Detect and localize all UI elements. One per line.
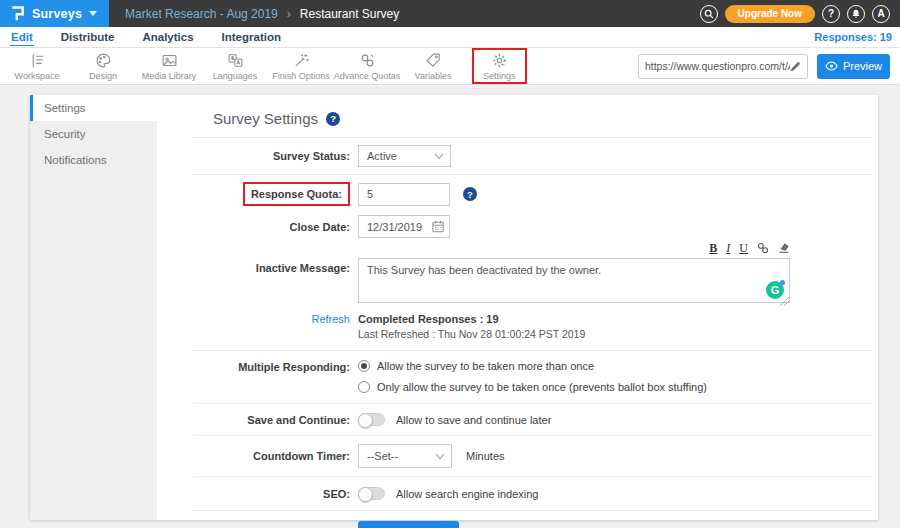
seo-label: SEO: xyxy=(193,488,350,500)
link-icon[interactable] xyxy=(757,242,769,254)
tool-advance-quotas[interactable]: Advance Quotas xyxy=(334,52,400,81)
last-refreshed: Last Refreshed : Thu Nov 28 01:00:24 PST… xyxy=(358,328,585,340)
radio-only-once[interactable]: Only allow the survey to be taken once (… xyxy=(358,381,707,393)
radio-unselected-icon xyxy=(358,381,370,393)
seo-toggle[interactable] xyxy=(358,487,385,500)
help-button[interactable]: ? xyxy=(822,5,840,23)
sidebar-item-security[interactable]: Security xyxy=(30,121,157,147)
edit-toolbar: Workspace Design Media Library Languages… xyxy=(0,48,900,85)
survey-menu: Edit Distribute Analytics Integration Re… xyxy=(0,27,900,48)
menu-analytics[interactable]: Analytics xyxy=(141,29,194,45)
settings-main: Survey Settings ? Survey Status: Active xyxy=(157,95,878,520)
eye-icon xyxy=(825,61,838,71)
countdown-timer-row: Countdown Timer: --Set-- Minutes xyxy=(193,436,872,476)
survey-url-input[interactable] xyxy=(645,60,790,72)
radio-selected-icon xyxy=(358,360,370,372)
close-date-row: Close Date: xyxy=(193,215,872,238)
italic-button[interactable]: I xyxy=(726,242,730,254)
survey-url-box xyxy=(638,54,808,79)
page-help-icon[interactable]: ? xyxy=(326,112,340,126)
questionpro-app: Surveys Market Research - Aug 2019 › Res… xyxy=(0,0,900,528)
remove-format-icon[interactable] xyxy=(778,242,790,254)
sidebar-item-settings[interactable]: Settings xyxy=(30,95,157,121)
bell-icon xyxy=(851,9,861,19)
save-and-continue-label: Save and Continue: xyxy=(193,414,350,426)
format-toolbar: B I U xyxy=(358,241,790,255)
save-changes-button[interactable]: Save Changes xyxy=(358,521,459,528)
inactive-message-label: Inactive Message: xyxy=(193,241,350,274)
response-quota-input[interactable] xyxy=(358,183,450,206)
design-icon xyxy=(95,52,112,69)
search-button[interactable] xyxy=(700,5,718,23)
tool-languages[interactable]: Languages xyxy=(202,52,268,81)
top-bar: Surveys Market Research - Aug 2019 › Res… xyxy=(0,0,900,27)
inactive-message-textarea[interactable]: This Survey has been deactivated by the … xyxy=(358,258,790,303)
save-and-continue-toggle[interactable] xyxy=(358,413,385,426)
close-date-input[interactable] xyxy=(358,215,450,238)
preview-button[interactable]: Preview xyxy=(817,54,890,79)
response-quota-help-icon[interactable]: ? xyxy=(463,187,477,201)
settings-panel: Settings Security Notifications Survey S… xyxy=(30,95,878,520)
tool-settings[interactable]: Settings xyxy=(472,48,527,84)
tool-variables[interactable]: Variables xyxy=(400,52,466,81)
media-library-icon xyxy=(161,52,178,69)
avatar[interactable]: A xyxy=(872,5,890,23)
resize-handle[interactable] xyxy=(780,297,789,306)
chevron-down-icon xyxy=(89,11,97,16)
search-icon xyxy=(704,9,714,19)
multiple-responding-row: Multiple Responding: Allow the survey to… xyxy=(193,351,872,403)
menu-integration[interactable]: Integration xyxy=(221,29,282,45)
responses-count[interactable]: Responses: 19 xyxy=(814,31,892,43)
countdown-timer-select[interactable]: --Set-- xyxy=(358,444,452,468)
page-title: Survey Settings xyxy=(213,110,318,127)
minutes-suffix: Minutes xyxy=(466,450,505,462)
breadcrumb-survey-name: Restaurant Survey xyxy=(300,7,399,21)
sidebar-item-notifications[interactable]: Notifications xyxy=(30,147,157,173)
top-actions: Upgrade Now ? A xyxy=(700,5,900,23)
breadcrumb-folder[interactable]: Market Research - Aug 2019 xyxy=(125,7,278,21)
response-quota-label: Response Quota: xyxy=(243,182,350,206)
settings-sidebar: Settings Security Notifications xyxy=(30,95,157,520)
tool-design[interactable]: Design xyxy=(70,52,136,81)
refresh-row: Refresh Completed Responses : 19 Last Re… xyxy=(193,313,872,350)
survey-status-label: Survey Status: xyxy=(193,150,350,162)
countdown-timer-label: Countdown Timer: xyxy=(193,450,350,462)
menu-edit[interactable]: Edit xyxy=(10,29,34,46)
breadcrumb: Market Research - Aug 2019 › Restaurant … xyxy=(125,7,399,21)
chevron-down-icon xyxy=(434,153,444,160)
tool-finish-options[interactable]: Finish Options xyxy=(268,52,334,81)
close-date-label: Close Date: xyxy=(193,221,350,233)
multiple-responding-label: Multiple Responding: xyxy=(193,360,350,373)
questionpro-logo-icon xyxy=(10,5,25,22)
product-name: Surveys xyxy=(32,7,82,21)
survey-status-select[interactable]: Active xyxy=(358,145,451,167)
breadcrumb-separator: › xyxy=(287,7,291,21)
notifications-button[interactable] xyxy=(847,5,865,23)
edit-url-pencil-icon[interactable] xyxy=(790,61,801,72)
radio-allow-multiple[interactable]: Allow the survey to be taken more than o… xyxy=(358,360,707,372)
variables-icon xyxy=(425,52,442,69)
refresh-link[interactable]: Refresh xyxy=(193,313,350,325)
response-quota-row: Response Quota: ? xyxy=(193,175,872,206)
workspace-icon xyxy=(29,52,46,69)
inactive-message-row: Inactive Message: B I U xyxy=(193,241,872,307)
survey-status-row: Survey Status: Active xyxy=(193,138,872,174)
bold-button[interactable]: B xyxy=(709,242,717,254)
advance-quotas-icon xyxy=(359,52,376,69)
chevron-down-icon xyxy=(435,453,445,460)
product-switcher[interactable]: Surveys xyxy=(0,0,109,27)
menu-distribute[interactable]: Distribute xyxy=(60,29,116,45)
toolbar-right: Preview xyxy=(638,54,890,79)
save-row: Save Changes xyxy=(193,511,872,528)
upgrade-now-button[interactable]: Upgrade Now xyxy=(725,5,815,23)
tool-workspace[interactable]: Workspace xyxy=(4,52,70,81)
seo-row: SEO: Allow search engine indexing xyxy=(193,477,872,510)
underline-button[interactable]: U xyxy=(739,242,748,254)
completed-responses: Completed Responses : 19 xyxy=(358,313,585,325)
finish-options-icon xyxy=(293,52,310,69)
tool-media-library[interactable]: Media Library xyxy=(136,52,202,81)
languages-icon xyxy=(227,52,244,69)
save-and-continue-row: Save and Continue: Allow to save and con… xyxy=(193,404,872,435)
gear-icon xyxy=(491,52,508,69)
content-area: Settings Security Notifications Survey S… xyxy=(0,85,900,528)
